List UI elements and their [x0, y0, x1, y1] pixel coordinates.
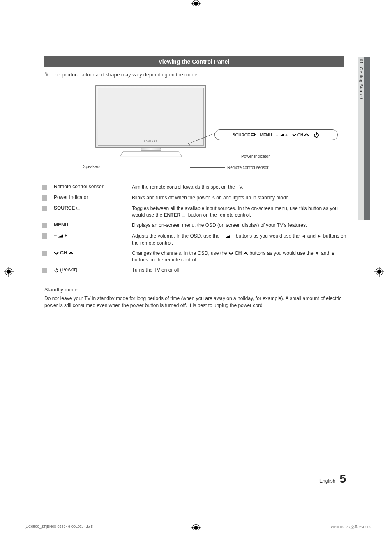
- chevron-down-icon: [54, 251, 59, 255]
- page: 01 Getting Started Viewing the Control P…: [0, 0, 392, 543]
- row-desc: Turns the TV on or off.: [132, 265, 346, 275]
- row-desc: Blinks and turns off when the power is o…: [132, 193, 346, 203]
- volume-wedge-icon: [225, 234, 230, 238]
- svg-line-0: [120, 152, 123, 156]
- section-tab: 01 Getting Started: [358, 57, 364, 220]
- row-desc: Changes the channels. In the OSD, use th…: [132, 248, 346, 265]
- leader-line: [190, 146, 190, 168]
- row-marker: [42, 233, 47, 239]
- power-indicator-label: Power Indicator: [241, 154, 270, 159]
- svg-line-1: [179, 152, 182, 156]
- row-name: SOURCE: [54, 203, 132, 213]
- print-file: [UC6500_ZT]BN68-02694H-00L03.indb 5: [25, 525, 93, 530]
- leader-line: [195, 145, 195, 157]
- row-desc: Aim the remote control towards this spot…: [132, 182, 346, 192]
- row-marker: [42, 223, 47, 228]
- svg-marker-12: [58, 235, 63, 238]
- chevron-up-icon: [243, 252, 248, 256]
- note-icon: ✎: [44, 71, 49, 78]
- power-icon: [54, 268, 59, 273]
- table-row: (Power) Turns the TV on or off.: [42, 265, 346, 275]
- svg-marker-6: [279, 134, 284, 136]
- row-marker: [42, 251, 47, 256]
- table-row: SOURCE Toggles between all the available…: [42, 203, 346, 220]
- enter-icon: [251, 133, 256, 137]
- standby-heading: Standby mode: [44, 287, 78, 293]
- row-marker: [42, 195, 47, 201]
- row-name-power: (Power): [54, 265, 132, 274]
- svg-rect-11: [182, 214, 185, 216]
- panel-volume: − +: [276, 133, 288, 137]
- volume-wedge-icon: [279, 133, 284, 137]
- crop-mark: [369, 3, 372, 20]
- leader-line: [185, 146, 185, 167]
- row-name: Power Indicator: [54, 193, 132, 202]
- section-label: Getting Started: [359, 67, 364, 99]
- page-number: 5: [339, 472, 346, 485]
- standby-body: Do not leave your TV in standby mode for…: [44, 295, 344, 309]
- note-text: The product colour and shape may vary de…: [51, 72, 200, 78]
- crop-mark: [16, 3, 19, 20]
- panel-menu: MENU: [260, 133, 272, 137]
- row-name-volume: − +: [54, 231, 132, 240]
- svg-rect-10: [77, 207, 80, 209]
- row-name: Remote control sensor: [54, 182, 132, 191]
- callout-line: [186, 132, 217, 145]
- svg-rect-5: [251, 134, 254, 136]
- power-icon: [313, 132, 320, 138]
- chevron-down-icon: [228, 252, 233, 256]
- registration-mark: [376, 268, 383, 275]
- tv-stand: [116, 151, 186, 158]
- note: ✎ The product colour and shape may vary …: [44, 71, 344, 78]
- registration-mark: [5, 268, 12, 275]
- print-timestamp: 2010-02-26 오후 2:47:02: [331, 525, 371, 530]
- leader-line: [195, 157, 240, 157]
- section-number: 01: [359, 59, 364, 64]
- tv-neck: [141, 148, 161, 151]
- leader-line: [190, 167, 225, 168]
- table-row: MENU Displays an on-screen menu, the OSD…: [42, 220, 346, 231]
- crop-mark: [16, 514, 19, 531]
- row-desc: Toggles between all the available input …: [132, 203, 346, 220]
- chevron-up-icon: [304, 133, 309, 137]
- row-desc: Displays an on-screen menu, the OSD (on …: [132, 220, 346, 230]
- controls-table: Remote control sensor Aim the remote con…: [42, 182, 346, 275]
- registration-mark: [192, 0, 200, 7]
- tv-diagram: SAMSUNG SOURCE MENU − + CH: [71, 85, 317, 178]
- table-row: − + Adjusts the volume. In the OSD, use …: [42, 231, 346, 247]
- panel-channel: CH: [292, 133, 309, 137]
- remote-sensor-label: Remote control sensor: [227, 165, 269, 170]
- row-marker: [42, 268, 47, 273]
- table-row: Power Indicator Blinks and turns off whe…: [42, 192, 346, 203]
- chevron-down-icon: [292, 133, 297, 137]
- svg-marker-13: [225, 235, 230, 238]
- row-desc: Adjusts the volume. In the OSD, use the …: [132, 231, 346, 247]
- speakers-label: Speakers: [83, 164, 100, 169]
- chevron-up-icon: [69, 251, 74, 255]
- tv-logo: SAMSUNG: [144, 140, 158, 142]
- table-row: Remote control sensor Aim the remote con…: [42, 182, 346, 192]
- volume-wedge-icon: [58, 234, 63, 238]
- print-footer: [UC6500_ZT]BN68-02694H-00L03.indb 5 2010…: [25, 525, 371, 530]
- page-footer: English 5: [319, 472, 346, 485]
- table-row: CH Changes the channels. In the OSD, use…: [42, 248, 346, 265]
- leader-line: [102, 167, 185, 167]
- enter-icon: [76, 206, 81, 210]
- svg-line-9: [188, 133, 215, 144]
- row-name: MENU: [54, 220, 132, 229]
- content: Viewing the Control Panel ✎ The product …: [44, 56, 344, 309]
- row-name-channel: CH: [54, 248, 132, 257]
- row-marker: [42, 206, 47, 211]
- control-panel-callout: SOURCE MENU − + CH: [214, 129, 338, 140]
- panel-source: SOURCE: [233, 133, 256, 137]
- footer-lang: English: [319, 478, 335, 484]
- section-header: Viewing the Control Panel: [44, 56, 344, 67]
- row-marker: [42, 185, 47, 190]
- enter-icon: [182, 213, 187, 217]
